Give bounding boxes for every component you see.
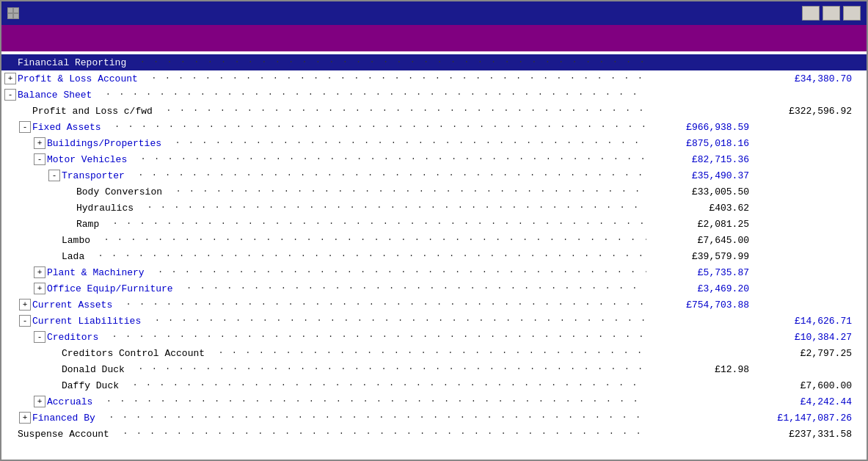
dots-fixed-assets: · · · · · · · · · · · · · · · · · · · · … xyxy=(101,122,646,132)
svg-rect-2 xyxy=(8,14,12,18)
debit-fixed-assets: £966,938.59 xyxy=(646,122,749,133)
label-text-motor-vehicles: Motor Vehicles xyxy=(47,154,127,165)
tree-row-buildings[interactable]: +Buildings/Properties · · · · · · · · · … xyxy=(1,135,867,151)
main-content: Financial Reporting · · · · · · · · · · … xyxy=(1,51,867,460)
tree-row-profit-loss[interactable]: +Profit & Loss Account · · · · · · · · ·… xyxy=(1,70,867,87)
credit-accruals: £4,242.44 xyxy=(749,396,852,407)
label-text-creditors: Creditors xyxy=(47,332,98,343)
expander-transporter[interactable]: - xyxy=(48,170,60,181)
label-plant-machinery: Plant & Machinery · · · · · · · · · · · … xyxy=(47,267,646,278)
dots-body-conversion: · · · · · · · · · · · · · · · · · · · · … xyxy=(162,186,646,197)
debit-body-conversion: £33,005.50 xyxy=(646,186,749,197)
label-text-daffy-duck: Daffy Duck xyxy=(62,380,119,391)
expander-plant-machinery[interactable]: + xyxy=(34,266,45,278)
tree-row-ramp[interactable]: Ramp · · · · · · · · · · · · · · · · · ·… xyxy=(1,216,867,232)
svg-rect-0 xyxy=(8,8,12,12)
label-buildings: Buildings/Properties · · · · · · · · · ·… xyxy=(47,138,646,149)
expander-creditors[interactable]: - xyxy=(34,331,45,343)
svg-rect-1 xyxy=(14,8,18,12)
debit-current-assets: £754,703.88 xyxy=(646,300,749,311)
expander-profit-loss[interactable]: + xyxy=(4,73,16,84)
tree-row-financed-by[interactable]: +Financed By · · · · · · · · · · · · · ·… xyxy=(1,410,867,426)
tree-row-profit-loss-cfwd[interactable]: Profit and Loss c/fwd · · · · · · · · · … xyxy=(1,103,867,119)
expander-financed-by[interactable]: + xyxy=(19,412,31,424)
dots-profit-loss: · · · · · · · · · · · · · · · · · · · · … xyxy=(138,73,646,84)
label-balance-sheet: Balance Sheet · · · · · · · · · · · · · … xyxy=(18,90,646,101)
debit-office-equip: £3,469.20 xyxy=(646,283,749,294)
tree-row-lada[interactable]: Lada · · · · · · · · · · · · · · · · · ·… xyxy=(1,248,867,264)
credit-creditors: £10,384.27 xyxy=(749,332,852,343)
label-office-equip: Office Equip/Furniture · · · · · · · · ·… xyxy=(47,283,646,294)
window-controls xyxy=(802,6,861,21)
svg-rect-3 xyxy=(14,14,18,18)
info-bar xyxy=(1,25,867,51)
maximize-button[interactable] xyxy=(823,6,840,21)
expander-office-equip[interactable]: + xyxy=(34,283,45,294)
expander-fixed-assets[interactable]: - xyxy=(19,121,31,133)
label-text-lambo: Lambo xyxy=(62,235,90,246)
dots-hydraulics: · · · · · · · · · · · · · · · · · · · · … xyxy=(134,203,646,213)
tree-row-balance-sheet[interactable]: -Balance Sheet · · · · · · · · · · · · ·… xyxy=(1,87,867,103)
tree-row-creditors-control[interactable]: Creditors Control Account · · · · · · · … xyxy=(1,345,867,361)
label-transporter: Transporter · · · · · · · · · · · · · · … xyxy=(62,170,646,181)
expander-placeholder-profit-loss-cfwd xyxy=(19,105,31,117)
label-text-ramp: Ramp xyxy=(76,219,99,230)
tree-view[interactable]: Financial Reporting · · · · · · · · · · … xyxy=(1,51,867,460)
tree-row-lambo[interactable]: Lambo · · · · · · · · · · · · · · · · · … xyxy=(1,232,867,248)
expander-current-assets[interactable]: + xyxy=(19,299,31,311)
credit-financed-by: £1,147,087.26 xyxy=(749,413,852,424)
credit-daffy-duck: £7,600.00 xyxy=(749,380,852,391)
label-text-creditors-control: Creditors Control Account xyxy=(62,348,205,359)
label-suspense-account: Suspense Account · · · · · · · · · · · ·… xyxy=(18,429,646,440)
label-text-accruals: Accruals xyxy=(47,396,92,407)
label-motor-vehicles: Motor Vehicles · · · · · · · · · · · · ·… xyxy=(47,154,646,165)
expander-motor-vehicles[interactable]: - xyxy=(34,153,45,165)
label-lada: Lada · · · · · · · · · · · · · · · · · ·… xyxy=(62,251,646,262)
debit-lada: £39,579.99 xyxy=(646,251,749,262)
tree-row-accruals[interactable]: +Accruals · · · · · · · · · · · · · · · … xyxy=(1,393,867,410)
main-window: Financial Reporting · · · · · · · · · · … xyxy=(0,0,868,461)
credit-profit-loss-cfwd: £322,596.92 xyxy=(749,106,852,117)
tree-row-plant-machinery[interactable]: +Plant & Machinery · · · · · · · · · · ·… xyxy=(1,264,867,280)
label-text-financial-reporting: Financial Reporting xyxy=(18,57,126,68)
label-body-conversion: Body Conversion · · · · · · · · · · · · … xyxy=(76,186,646,197)
expander-current-liabilities[interactable]: - xyxy=(19,315,31,327)
label-creditors: Creditors · · · · · · · · · · · · · · · … xyxy=(47,332,646,343)
label-text-current-assets: Current Assets xyxy=(32,300,112,311)
label-donald-duck: Donald Duck · · · · · · · · · · · · · · … xyxy=(62,364,646,375)
dots-lada: · · · · · · · · · · · · · · · · · · · · … xyxy=(84,251,646,261)
tree-row-office-equip[interactable]: +Office Equip/Furniture · · · · · · · · … xyxy=(1,280,867,297)
expander-accruals[interactable]: + xyxy=(34,396,45,407)
dots-financed-by: · · · · · · · · · · · · · · · · · · · · … xyxy=(95,413,646,423)
expander-placeholder-lambo xyxy=(48,234,60,246)
tree-row-financial-reporting[interactable]: Financial Reporting · · · · · · · · · · … xyxy=(1,54,867,70)
label-ramp: Ramp · · · · · · · · · · · · · · · · · ·… xyxy=(76,219,646,230)
tree-row-fixed-assets[interactable]: -Fixed Assets · · · · · · · · · · · · · … xyxy=(1,119,867,135)
credit-creditors-control: £2,797.25 xyxy=(749,348,852,359)
tree-row-creditors[interactable]: -Creditors · · · · · · · · · · · · · · ·… xyxy=(1,329,867,345)
close-button[interactable] xyxy=(843,6,861,21)
debit-transporter: £35,490.37 xyxy=(646,170,749,181)
credit-suspense-account: £237,331.58 xyxy=(749,429,852,440)
dots-current-assets: · · · · · · · · · · · · · · · · · · · · … xyxy=(112,300,646,310)
tree-row-daffy-duck[interactable]: Daffy Duck · · · · · · · · · · · · · · ·… xyxy=(1,377,867,393)
expander-buildings[interactable]: + xyxy=(34,137,45,149)
tree-row-motor-vehicles[interactable]: -Motor Vehicles · · · · · · · · · · · · … xyxy=(1,151,867,167)
debit-ramp: £2,081.25 xyxy=(646,219,749,230)
label-hydraulics: Hydraulics · · · · · · · · · · · · · · ·… xyxy=(76,203,646,214)
tree-row-transporter[interactable]: -Transporter · · · · · · · · · · · · · ·… xyxy=(1,167,867,184)
tree-row-current-assets[interactable]: +Current Assets · · · · · · · · · · · · … xyxy=(1,297,867,313)
expander-placeholder-ramp xyxy=(63,218,75,230)
label-current-assets: Current Assets · · · · · · · · · · · · ·… xyxy=(32,300,646,311)
label-fixed-assets: Fixed Assets · · · · · · · · · · · · · ·… xyxy=(32,122,646,133)
tree-row-suspense-account[interactable]: Suspense Account · · · · · · · · · · · ·… xyxy=(1,426,867,442)
tree-row-hydraulics[interactable]: Hydraulics · · · · · · · · · · · · · · ·… xyxy=(1,200,867,216)
credit-profit-loss: £34,380.70 xyxy=(749,73,852,84)
minimize-button[interactable] xyxy=(802,6,820,21)
tree-row-current-liabilities[interactable]: -Current Liabilities · · · · · · · · · ·… xyxy=(1,313,867,329)
dots-lambo: · · · · · · · · · · · · · · · · · · · · … xyxy=(90,235,646,245)
tree-row-body-conversion[interactable]: Body Conversion · · · · · · · · · · · · … xyxy=(1,184,867,200)
dots-ramp: · · · · · · · · · · · · · · · · · · · · … xyxy=(99,219,646,229)
expander-balance-sheet[interactable]: - xyxy=(4,89,16,101)
tree-row-donald-duck[interactable]: Donald Duck · · · · · · · · · · · · · · … xyxy=(1,361,867,377)
